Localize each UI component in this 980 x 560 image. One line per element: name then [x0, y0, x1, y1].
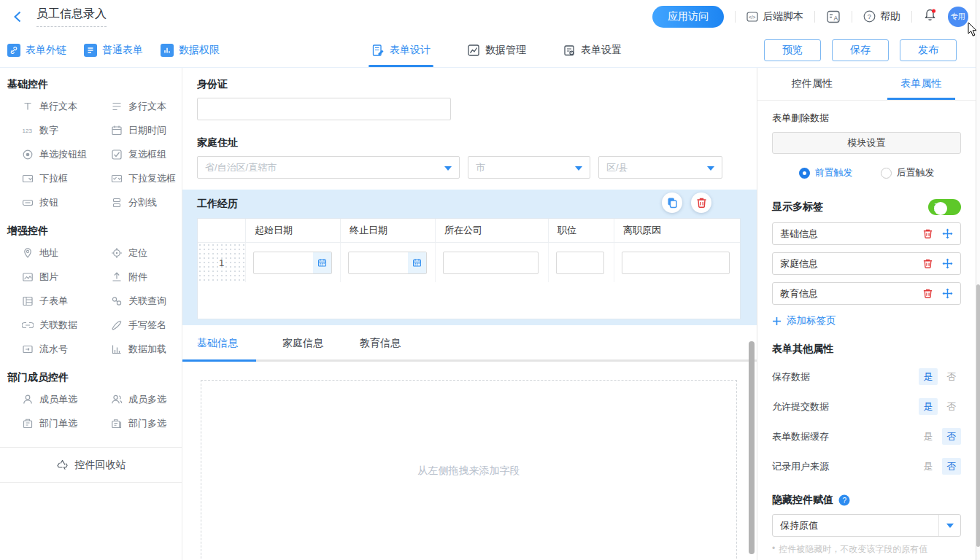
- widget-dept-multi[interactable]: 部门多选: [111, 411, 182, 435]
- position-input[interactable]: [556, 252, 604, 274]
- tab-form-settings[interactable]: 表单设置: [560, 33, 625, 67]
- save-data-yes[interactable]: 是: [919, 368, 938, 385]
- widget-subform[interactable]: 子表单: [22, 289, 111, 313]
- record-source-yes[interactable]: 是: [919, 458, 938, 475]
- form-external-link-button[interactable]: 表单外链: [7, 44, 66, 57]
- tab-form-properties[interactable]: 表单属性: [867, 68, 976, 100]
- publish-button[interactable]: 发布: [900, 39, 957, 61]
- city-select[interactable]: 市: [468, 156, 590, 179]
- add-tab-button[interactable]: 添加标签页: [772, 314, 961, 327]
- notifications-button[interactable]: [923, 8, 937, 26]
- allow-submit-yes[interactable]: 是: [919, 398, 938, 415]
- radio-post-trigger[interactable]: 后置触发: [881, 166, 935, 179]
- widget-datetime[interactable]: 日期时间: [111, 118, 182, 142]
- tab-item-education-info[interactable]: 教育信息: [772, 282, 961, 305]
- setting-record-source: 记录用户来源 是否: [772, 457, 961, 475]
- calendar-button[interactable]: [408, 252, 426, 273]
- canvas-tab-bar: 基础信息 家庭信息 教育信息: [182, 337, 757, 362]
- record-source-no[interactable]: 否: [942, 458, 961, 475]
- widget-checkbox-group[interactable]: 复选框组: [111, 142, 182, 166]
- widget-radio-group[interactable]: 单选按钮组: [22, 142, 111, 166]
- widget-linked-data[interactable]: 关联数据: [22, 313, 111, 337]
- backend-script-button[interactable]: </> 后端脚本: [746, 10, 803, 23]
- leave-reason-input[interactable]: [622, 252, 730, 274]
- divider: [814, 11, 815, 23]
- widget-single-line-text[interactable]: 单行文本: [22, 94, 111, 118]
- module-settings-button[interactable]: 模块设置: [772, 132, 961, 154]
- help-circle-icon[interactable]: ?: [838, 494, 850, 506]
- widget-select[interactable]: 下拉框: [22, 166, 111, 190]
- help-button[interactable]: ? 帮助: [863, 10, 900, 23]
- other-properties-title: 表单其他属性: [772, 343, 961, 356]
- canvas-scrollbar[interactable]: [749, 341, 755, 554]
- calendar-icon: [111, 125, 123, 136]
- widget-button[interactable]: 按钮: [22, 190, 111, 214]
- data-permission-button[interactable]: 数据权限: [161, 44, 220, 57]
- radio-pre-trigger[interactable]: 前置触发: [799, 166, 853, 179]
- save-button[interactable]: 保存: [832, 39, 889, 61]
- allow-submit-no[interactable]: 否: [942, 398, 961, 415]
- move-icon[interactable]: [942, 258, 953, 269]
- subform-work-experience[interactable]: 工作经历 起始日期 终止日期 所在公司 职位 离职原因 1: [182, 190, 757, 325]
- data-cache-yes[interactable]: 是: [919, 428, 938, 445]
- widget-multi-select[interactable]: 下拉复选框: [111, 166, 182, 190]
- button-icon: [22, 197, 34, 209]
- province-select[interactable]: 省/自治区/直辖市: [197, 156, 460, 179]
- normal-form-button[interactable]: 普通表单: [84, 44, 143, 57]
- widget-member-multi[interactable]: 成员多选: [111, 387, 182, 411]
- trash-icon: [696, 197, 707, 209]
- widget-serial-number[interactable]: 流水号: [22, 337, 111, 361]
- tab-widget-properties[interactable]: 控件属性: [757, 68, 867, 100]
- canvas-tab-education-info[interactable]: 教育信息: [350, 337, 411, 359]
- canvas-tab-family-info[interactable]: 家庭信息: [272, 337, 333, 359]
- trash-icon[interactable]: [922, 288, 933, 299]
- delete-widget-button[interactable]: [691, 192, 711, 213]
- drop-zone[interactable]: 从左侧拖拽来添加字段: [201, 380, 737, 560]
- widget-location[interactable]: 定位: [111, 241, 182, 265]
- trash-icon[interactable]: [922, 228, 933, 239]
- data-cache-no[interactable]: 否: [942, 428, 961, 445]
- start-date-input[interactable]: [253, 252, 332, 274]
- avatar[interactable]: 专用: [948, 7, 968, 27]
- end-date-input[interactable]: [348, 252, 427, 274]
- tab-item-family-info[interactable]: 家庭信息: [772, 252, 961, 275]
- widget-recycle-bin[interactable]: 控件回收站: [0, 447, 182, 483]
- page-scrollbar-thumb[interactable]: [976, 284, 980, 547]
- move-icon[interactable]: [942, 228, 953, 239]
- move-icon[interactable]: [942, 288, 953, 299]
- copy-widget-button[interactable]: [662, 192, 682, 213]
- tab-form-design[interactable]: 表单设计: [369, 33, 433, 67]
- app-access-button[interactable]: 应用访问: [652, 6, 724, 28]
- recycle-icon: [56, 459, 69, 471]
- back-button[interactable]: [12, 9, 28, 25]
- calendar-button[interactable]: [313, 252, 331, 273]
- widget-attachment[interactable]: 附件: [111, 265, 182, 289]
- widget-data-load[interactable]: 数据加载: [111, 337, 182, 361]
- district-select[interactable]: 区/县: [598, 156, 722, 179]
- tab-item-basic-info[interactable]: 基础信息: [772, 222, 961, 245]
- widget-linked-query[interactable]: 关联查询: [111, 289, 182, 313]
- trash-icon[interactable]: [922, 258, 933, 269]
- widget-address[interactable]: 地址: [22, 241, 111, 265]
- hidden-value-select[interactable]: 保持原值: [772, 514, 961, 537]
- language-icon[interactable]: A: [826, 9, 841, 24]
- field-home-address[interactable]: 家庭住址 省/自治区/直辖市 市 区/县: [197, 136, 741, 179]
- widget-divider[interactable]: 分割线: [111, 190, 182, 214]
- widget-image[interactable]: 图片: [22, 265, 111, 289]
- multi-tab-toggle[interactable]: 开: [928, 199, 961, 215]
- row-index[interactable]: 1: [198, 243, 246, 282]
- company-input[interactable]: [443, 252, 539, 274]
- canvas-tab-basic-info[interactable]: 基础信息: [182, 337, 256, 359]
- preview-button[interactable]: 预览: [764, 39, 821, 61]
- field-id-card[interactable]: 身份证: [197, 78, 741, 120]
- widget-member-single[interactable]: 成员单选: [22, 387, 111, 411]
- widget-number[interactable]: 123数字: [22, 118, 111, 142]
- tab-data-management[interactable]: 数据管理: [464, 33, 529, 67]
- divider: [735, 11, 736, 23]
- save-data-no[interactable]: 否: [942, 368, 961, 385]
- id-card-input[interactable]: [197, 98, 451, 120]
- widget-signature[interactable]: 手写签名: [111, 313, 182, 337]
- widget-multi-line-text[interactable]: 多行文本: [111, 94, 182, 118]
- widget-dept-single[interactable]: 部门单选: [22, 411, 111, 435]
- chevron-down-icon: [938, 515, 960, 536]
